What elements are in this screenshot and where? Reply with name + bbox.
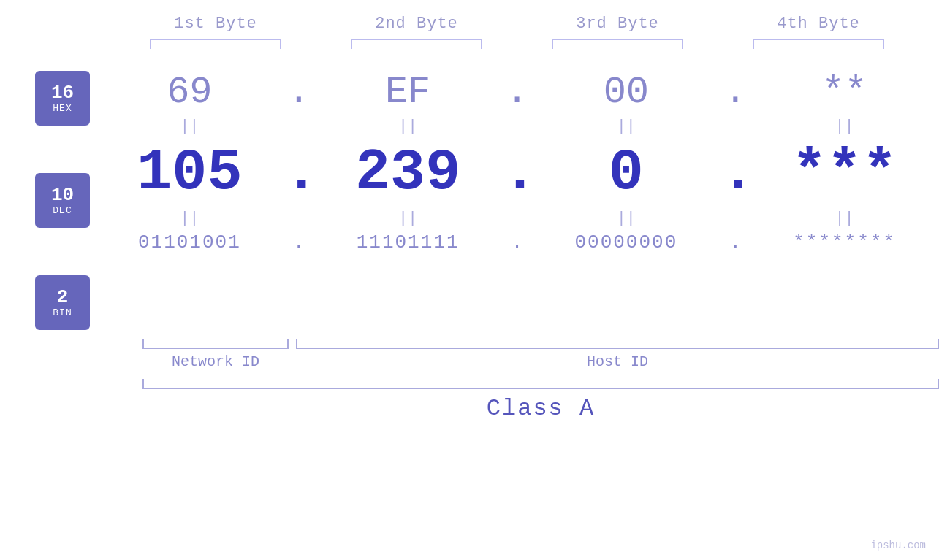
hex-dot-1: .	[284, 71, 313, 114]
byte3-header: 3rd Byte	[517, 15, 718, 33]
dec-b1-cell: 105	[95, 144, 284, 202]
hex-badge: 16 HEX	[35, 71, 90, 126]
class-label: Class A	[142, 395, 939, 422]
bin-b4-cell: ********	[750, 231, 939, 253]
hex-b4-value: **	[821, 71, 867, 114]
eq1-b3: ||	[532, 118, 721, 136]
dec-dot-2: .	[503, 139, 532, 206]
hex-b3-value: 00	[604, 71, 649, 114]
bottom-section: Network ID Host ID Class A	[0, 339, 939, 422]
eq2-b2: ||	[313, 210, 503, 228]
byte4-header: 4th Byte	[718, 15, 919, 33]
bin-dot-3: .	[721, 231, 750, 253]
hex-b1-cell: 69	[95, 71, 284, 114]
bin-dot-1: .	[284, 231, 313, 253]
hex-dot-3: .	[721, 71, 750, 114]
hex-b1-value: 69	[167, 71, 212, 114]
dec-row: 105 . 239 . 0 . ***	[95, 139, 939, 206]
dec-b4-value: ***	[792, 144, 897, 202]
bin-name: BIN	[53, 307, 72, 318]
bin-b2-cell: 11101111	[313, 231, 503, 253]
dec-name: DEC	[53, 205, 72, 216]
eq1-b1: ||	[95, 118, 284, 136]
base-labels: 16 HEX 10 DEC 2 BIN	[0, 71, 95, 330]
bin-number: 2	[57, 287, 69, 308]
main-container: 1st Byte 2nd Byte 3rd Byte 4th Byte 16 H…	[0, 0, 939, 560]
watermark: ipshu.com	[870, 540, 926, 551]
dec-b2-cell: 239	[313, 144, 503, 202]
top-bracket-3	[517, 39, 718, 49]
hex-b4-cell: **	[750, 71, 939, 114]
hex-b2-cell: EF	[313, 71, 503, 114]
equals-row-1: || || || ||	[95, 118, 939, 136]
byte-headers: 1st Byte 2nd Byte 3rd Byte 4th Byte	[115, 15, 919, 33]
bin-dot-2: .	[503, 231, 532, 253]
top-bracket-2	[316, 39, 517, 49]
bin-b4-value: ********	[793, 231, 896, 253]
hex-b2-value: EF	[385, 71, 430, 114]
dec-b3-cell: 0	[532, 144, 721, 202]
byte1-header: 1st Byte	[115, 15, 316, 33]
top-bracket-4	[718, 39, 919, 49]
dec-b1-value: 105	[137, 144, 242, 202]
eq2-b1: ||	[95, 210, 284, 228]
bin-b1-cell: 01101001	[95, 231, 284, 253]
hex-name: HEX	[53, 103, 72, 114]
hex-number: 16	[51, 83, 74, 104]
hex-b3-cell: 00	[532, 71, 721, 114]
hex-dot-2: .	[503, 71, 532, 114]
bin-b1-value: 01101001	[138, 231, 241, 253]
host-id-label: Host ID	[296, 353, 939, 370]
dec-dot-3: .	[721, 139, 750, 206]
bin-badge: 2 BIN	[35, 275, 90, 330]
dec-b3-value: 0	[609, 144, 644, 202]
top-brackets	[115, 39, 919, 49]
rows-container: 69 . EF . 00 . ** || ||	[95, 71, 939, 253]
dec-number: 10	[51, 185, 74, 206]
eq2-b4: ||	[750, 210, 939, 228]
top-bracket-1	[115, 39, 316, 49]
bin-b3-value: 00000000	[574, 231, 677, 253]
bin-row: 01101001 . 11101111 . 00000000 . *******…	[95, 231, 939, 253]
eq2-b3: ||	[532, 210, 721, 228]
content-area: 16 HEX 10 DEC 2 BIN 69 . EF	[0, 71, 939, 330]
eq1-b4: ||	[750, 118, 939, 136]
dec-dot-1: .	[284, 139, 313, 206]
byte2-header: 2nd Byte	[316, 15, 517, 33]
eq1-b2: ||	[313, 118, 503, 136]
bin-b2-value: 11101111	[357, 231, 460, 253]
bottom-brackets	[142, 339, 939, 349]
bottom-labels: Network ID Host ID	[142, 353, 939, 370]
bin-b3-cell: 00000000	[532, 231, 721, 253]
host-bracket	[296, 339, 939, 349]
equals-row-2: || || || ||	[95, 210, 939, 228]
network-id-label: Network ID	[142, 353, 289, 370]
network-bracket	[142, 339, 289, 349]
dec-b2-value: 239	[355, 144, 460, 202]
dec-badge: 10 DEC	[35, 173, 90, 228]
dec-b4-cell: ***	[750, 144, 939, 202]
full-bracket	[142, 379, 939, 389]
hex-row: 69 . EF . 00 . **	[95, 71, 939, 114]
